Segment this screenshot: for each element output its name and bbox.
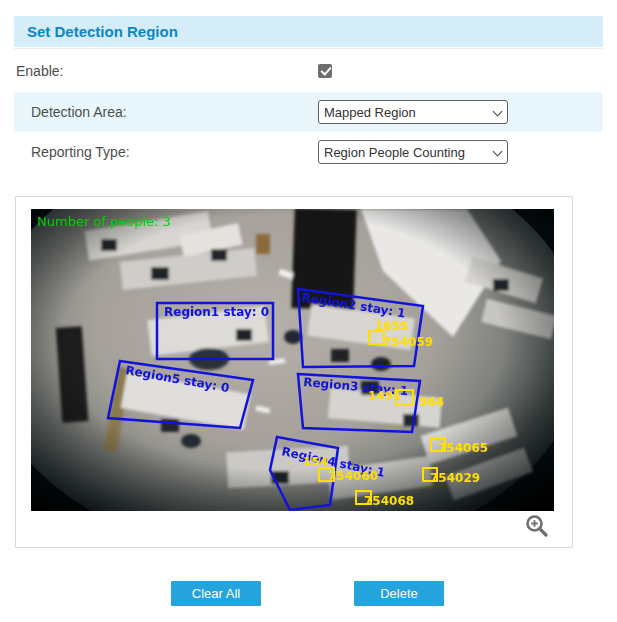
- detection-area-select[interactable]: Mapped Region: [318, 100, 508, 124]
- office-scene: [31, 209, 554, 511]
- track-id-text: 754065: [438, 441, 488, 455]
- reporting-type-label: Reporting Type:: [14, 144, 130, 160]
- track-id-text: 964: [419, 395, 444, 409]
- track-id-text: 754068: [364, 494, 414, 508]
- delete-button[interactable]: Delete: [354, 581, 444, 606]
- detection-area-row: Detection Area: Mapped Region: [14, 92, 603, 132]
- fisheye-camera-image: Number of people: 3 Region1 stay: 0 Regi…: [31, 209, 554, 511]
- track-id-text: 754029: [430, 471, 480, 485]
- magnifier-plus-icon[interactable]: [524, 513, 550, 539]
- enable-label: Enable:: [14, 63, 63, 79]
- track-id-text: 754060: [328, 469, 378, 483]
- reporting-type-select[interactable]: Region People Counting: [318, 140, 508, 164]
- detection-area-label: Detection Area:: [14, 104, 127, 120]
- region1-label: Region1 stay: 0: [164, 305, 269, 319]
- track-id-text: 754059: [383, 335, 433, 349]
- enable-row: Enable:: [14, 48, 603, 92]
- enable-checkbox[interactable]: [318, 64, 332, 78]
- page-title: Set Detection Region: [27, 23, 178, 40]
- people-count-osd: Number of people: 3: [37, 214, 171, 229]
- camera-canvas[interactable]: Number of people: 3 Region1 stay: 0 Regi…: [31, 209, 554, 511]
- section-header: Set Detection Region: [14, 16, 603, 47]
- reporting-type-row: Reporting Type: Region People Counting: [14, 132, 603, 172]
- track-id-text: 154: [303, 455, 328, 469]
- clear-all-button[interactable]: Clear All: [171, 581, 261, 606]
- preview-panel: Number of people: 3 Region1 stay: 0 Regi…: [15, 196, 573, 548]
